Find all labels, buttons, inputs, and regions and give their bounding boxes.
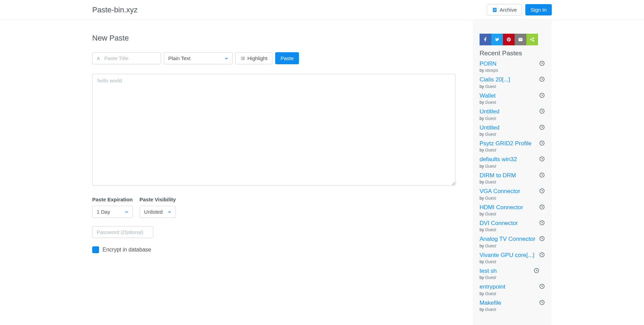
recent-paste-author: by Guest bbox=[480, 259, 538, 264]
recent-paste-item: VGA Connectorby Guest bbox=[480, 188, 545, 200]
recent-paste-link[interactable]: DVI Connector bbox=[480, 220, 538, 227]
chevron-down-icon bbox=[167, 210, 172, 214]
chevron-down-icon bbox=[124, 210, 129, 214]
clock-icon bbox=[539, 124, 545, 130]
recent-paste-link[interactable]: DIRM to DRM bbox=[480, 172, 538, 179]
recent-paste-link[interactable]: defaults win32 bbox=[480, 156, 538, 163]
facebook-share-button[interactable] bbox=[480, 34, 491, 45]
svg-rect-9 bbox=[242, 59, 245, 59]
highlight-button[interactable]: Highlight bbox=[235, 52, 272, 64]
recent-paste-item: DVI Connectorby Guest bbox=[480, 220, 545, 232]
clock-icon bbox=[539, 60, 545, 66]
clock-icon bbox=[539, 140, 545, 146]
recent-paste-author: by Guest bbox=[480, 164, 538, 169]
paste-title-input[interactable] bbox=[92, 52, 161, 64]
email-share-button[interactable] bbox=[515, 34, 526, 45]
recent-paste-item: HDMI Connectorby Guest bbox=[480, 204, 545, 216]
recent-paste-item: Untitledby Guest bbox=[480, 124, 545, 137]
recent-paste-item: Analog TV Connectorby Guest bbox=[480, 236, 545, 248]
recent-paste-author: by Guest bbox=[480, 180, 538, 184]
recent-paste-item: Untitledby Guest bbox=[480, 108, 545, 121]
twitter-share-button[interactable] bbox=[491, 34, 503, 45]
title-input-wrap bbox=[92, 52, 161, 64]
archive-icon bbox=[492, 7, 497, 13]
recent-paste-link[interactable]: test sh bbox=[480, 268, 532, 274]
recent-paste-item: Vivante GPU core[...]by Guest bbox=[480, 252, 545, 264]
recent-paste-link[interactable]: Vivante GPU core[...] bbox=[480, 252, 538, 259]
svg-rect-2 bbox=[494, 10, 496, 10]
expiration-value: 1 Day bbox=[97, 209, 110, 215]
svg-point-11 bbox=[530, 39, 532, 40]
svg-rect-8 bbox=[241, 59, 242, 59]
recent-paste-author: by xboxps bbox=[480, 68, 538, 73]
recent-paste-author: by Guest bbox=[480, 100, 538, 105]
svg-rect-7 bbox=[242, 58, 245, 58]
main-content: New Paste Plain Text Highlight bbox=[92, 20, 473, 325]
recent-paste-link[interactable]: Untitled bbox=[480, 124, 538, 131]
password-input[interactable] bbox=[92, 226, 153, 238]
recent-paste-link[interactable]: Analog TV Connector bbox=[480, 236, 538, 243]
recent-paste-link[interactable]: PORN bbox=[480, 60, 538, 67]
recent-paste-link[interactable]: Wallet bbox=[480, 92, 538, 99]
recent-paste-author: by Guest bbox=[480, 132, 538, 137]
svg-point-10 bbox=[533, 37, 534, 39]
visibility-select[interactable]: Unlisted bbox=[140, 206, 176, 218]
sidebar: Recent Pastes PORNby xboxpsCialis 20[...… bbox=[473, 20, 552, 325]
recent-paste-author: by Guest bbox=[480, 116, 538, 121]
clock-icon bbox=[539, 283, 545, 289]
recent-paste-item: entrypointby Guest bbox=[480, 283, 545, 296]
clock-icon bbox=[539, 204, 545, 210]
recent-paste-link[interactable]: HDMI Connector bbox=[480, 204, 538, 211]
recent-paste-link[interactable]: Psytz GRID2 Profile bbox=[480, 140, 538, 147]
svg-rect-3 bbox=[494, 11, 496, 11]
recent-paste-item: test shby Guest bbox=[480, 268, 545, 280]
recent-pastes-list: PORNby xboxpsCialis 20[...]by GuestWalle… bbox=[480, 60, 545, 312]
highlight-icon bbox=[240, 56, 245, 61]
clock-icon bbox=[539, 300, 545, 305]
recent-paste-author: by Guest bbox=[480, 307, 538, 312]
recent-paste-item: DIRM to DRMby Guest bbox=[480, 172, 545, 184]
recent-paste-author: by Guest bbox=[480, 244, 538, 248]
recent-paste-author: by Guest bbox=[480, 227, 538, 232]
share-share-button[interactable] bbox=[526, 34, 538, 45]
expiration-label: Paste Expiration bbox=[92, 197, 133, 202]
pinterest-icon bbox=[506, 37, 511, 42]
archive-label: Archive bbox=[500, 7, 517, 13]
page-title: New Paste bbox=[92, 34, 455, 43]
visibility-label: Paste Visibility bbox=[140, 197, 176, 202]
syntax-select[interactable]: Plain Text bbox=[164, 52, 233, 64]
recent-paste-item: Walletby Guest bbox=[480, 92, 545, 105]
recent-paste-link[interactable]: Untitled bbox=[480, 108, 538, 115]
chevron-down-icon bbox=[224, 56, 229, 61]
clock-icon bbox=[539, 92, 545, 98]
twitter-icon bbox=[495, 37, 500, 42]
clock-icon bbox=[539, 252, 545, 258]
expiration-select[interactable]: 1 Day bbox=[92, 206, 133, 218]
recent-paste-author: by Guest bbox=[480, 196, 538, 201]
font-icon bbox=[96, 56, 101, 61]
facebook-icon bbox=[483, 37, 488, 42]
brand-logo[interactable]: Paste-bin.xyz bbox=[92, 5, 138, 14]
svg-rect-6 bbox=[241, 58, 242, 58]
clock-icon bbox=[539, 236, 545, 242]
paste-button[interactable]: Paste bbox=[275, 52, 299, 64]
recent-paste-link[interactable]: entrypoint bbox=[480, 283, 538, 290]
recent-paste-link[interactable]: VGA Connector bbox=[480, 188, 538, 195]
recent-paste-author: by Guest bbox=[480, 84, 538, 89]
signin-button[interactable]: Sign In bbox=[525, 4, 552, 15]
svg-rect-5 bbox=[242, 57, 245, 57]
header: Paste-bin.xyz Archive Sign In bbox=[0, 0, 644, 20]
encrypt-checkbox[interactable] bbox=[92, 246, 99, 253]
recent-paste-author: by Guest bbox=[480, 275, 532, 280]
archive-button[interactable]: Archive bbox=[487, 4, 522, 15]
recent-paste-link[interactable]: Makefile bbox=[480, 300, 538, 306]
visibility-value: Unlisted bbox=[144, 209, 163, 215]
clock-icon bbox=[539, 172, 545, 178]
recent-paste-item: defaults win32by Guest bbox=[480, 156, 545, 168]
svg-rect-1 bbox=[494, 9, 496, 9]
recent-paste-link[interactable]: Cialis 20[...] bbox=[480, 76, 538, 83]
paste-content-textarea[interactable] bbox=[92, 74, 455, 186]
recent-paste-item: PORNby xboxps bbox=[480, 60, 545, 73]
pinterest-share-button[interactable] bbox=[503, 34, 515, 45]
recent-paste-item: Makefileby Guest bbox=[480, 300, 545, 312]
